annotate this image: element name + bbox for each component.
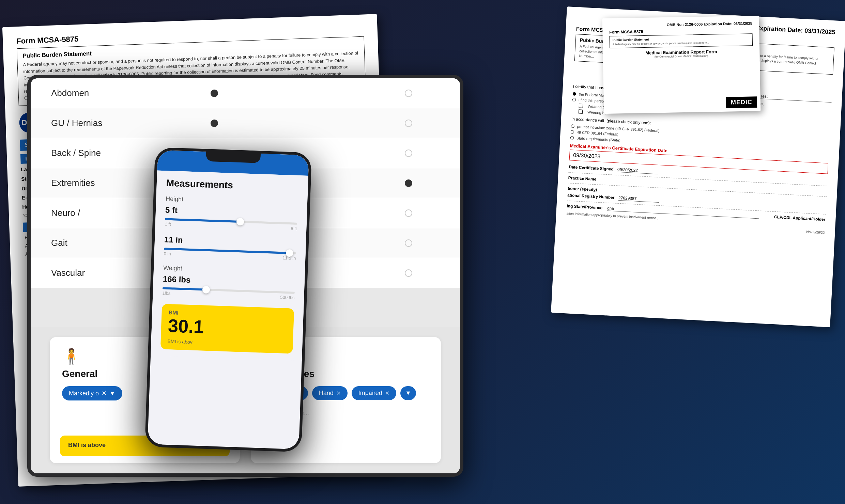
small-omb: OMB No.: 2126-0006 Expiration Date: 03/3… xyxy=(609,21,752,28)
radio-intrastate-icon xyxy=(571,124,574,128)
radio-empty-icon xyxy=(572,98,576,101)
checkbox-icon xyxy=(579,104,583,108)
markedly-chevron-icon: ▼ xyxy=(109,390,116,397)
height-max: 8 ft xyxy=(291,226,297,231)
doc-small: OMB No.: 2126-0006 Expiration Date: 03/3… xyxy=(602,16,761,114)
system-row-abdomen: Abdomen xyxy=(31,78,460,108)
markedly-button[interactable]: Markedly o ✕ ▼ xyxy=(62,386,122,400)
red-cert-value: 09/30/2023 xyxy=(573,152,601,159)
markedly-x-icon: ✕ xyxy=(102,390,107,397)
checkbox-icon2 xyxy=(579,109,583,114)
tag-impaired-label: Impaired xyxy=(358,390,382,397)
radio-state-icon xyxy=(570,136,574,140)
weight-min: 1lbs xyxy=(162,290,170,296)
weight-value: 166 lbs xyxy=(163,274,295,288)
tag-hand-label: Hand xyxy=(319,390,334,397)
radio-abdomen-col1[interactable] xyxy=(211,90,218,97)
system-name-abdomen: Abdomen xyxy=(51,88,211,98)
radio-vascular-col2[interactable] xyxy=(405,269,412,277)
tag-hand[interactable]: Hand ✕ xyxy=(312,386,348,400)
phone-bmi-box: BMI 30.1 BMI is abov xyxy=(160,304,294,354)
height-label: Height xyxy=(166,195,298,207)
phone-section-title: Measurements xyxy=(166,177,298,193)
phone: Measurements Height 5 ft 1 ft 8 ft 11 in xyxy=(145,147,312,452)
radio-filled-icon xyxy=(572,92,576,96)
radio-abdomen-col2[interactable] xyxy=(405,90,412,97)
inches-slider-section: 11 in 0 in 11.5 in xyxy=(164,235,296,261)
height-slider-section: Height 5 ft 1 ft 8 ft xyxy=(165,195,298,231)
inches-min: 0 in xyxy=(164,251,171,256)
phone-bmi-note: BMI is abov xyxy=(167,338,286,348)
weight-slider-section: Weight 166 lbs 1lbs 500 lbs xyxy=(162,264,295,300)
markedly-label: Markedly o xyxy=(69,390,99,397)
radio-federal-icon xyxy=(571,130,574,134)
height-value: 5 ft xyxy=(165,205,298,219)
radio-gu-col2[interactable] xyxy=(405,120,412,127)
radio-ext-col2[interactable] xyxy=(405,179,412,187)
tag-impaired-chevron[interactable]: ▼ xyxy=(400,386,416,400)
tag-impaired[interactable]: Impaired ✕ xyxy=(352,386,396,400)
small-burden-box: Public Burden Statement A Federal agency… xyxy=(609,33,753,48)
phone-screen: Measurements Height 5 ft 1 ft 8 ft 11 in xyxy=(148,150,309,450)
system-name-gu: GU / Hernias xyxy=(51,118,211,128)
system-row-gu: GU / Hernias xyxy=(31,108,460,138)
phone-notch xyxy=(206,149,261,163)
radio-neuro-col2[interactable] xyxy=(405,209,412,217)
medic-stamp: MEDIC xyxy=(726,96,757,108)
radio-gait-col2[interactable] xyxy=(405,239,412,247)
tag-hand-x-icon[interactable]: ✕ xyxy=(336,390,341,396)
tag-impaired-x-icon[interactable]: ✕ xyxy=(385,390,389,396)
inches-value: 11 in xyxy=(164,235,297,249)
phone-bmi-value: 30.1 xyxy=(168,316,287,340)
weight-fill xyxy=(163,287,206,290)
weight-label: Weight xyxy=(163,264,295,276)
weight-max: 500 lbs xyxy=(280,295,294,300)
radio-back-col2[interactable] xyxy=(405,149,412,157)
cert-first-value: Test xyxy=(760,94,832,103)
radio-gu-col1[interactable] xyxy=(211,120,218,127)
height-min: 1 ft xyxy=(165,221,171,227)
phone-content: Measurements Height 5 ft 1 ft 8 ft 11 in xyxy=(151,170,308,361)
